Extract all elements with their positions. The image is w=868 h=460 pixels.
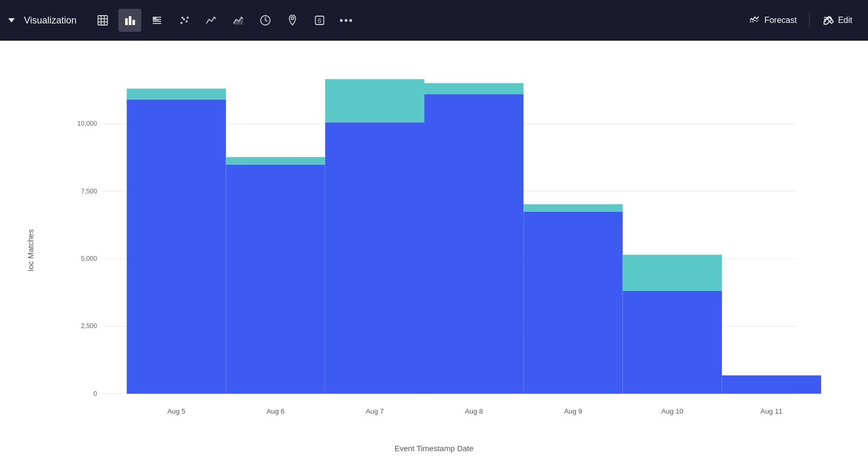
bar-aug6-teal <box>226 157 325 164</box>
more-icon-btn[interactable]: ••• <box>335 9 358 32</box>
bar-aug9-blue <box>523 212 622 394</box>
line-chart-icon-btn[interactable] <box>200 9 223 32</box>
bar-aug5-blue <box>127 100 226 394</box>
svg-point-15 <box>183 18 185 20</box>
edit-button[interactable]: Edit <box>815 10 860 30</box>
svg-point-17 <box>181 17 184 19</box>
svg-rect-12 <box>153 17 156 19</box>
x-tick-aug8: Aug 8 <box>465 407 483 415</box>
x-tick-aug11: Aug 11 <box>761 407 783 415</box>
y-tick-7500: 7,500 <box>81 188 97 195</box>
y-tick-10000: 10,000 <box>77 120 97 127</box>
toolbar-title: Visualization <box>24 15 77 26</box>
chart-container: Ioc Matches Event Timestamp Date 0 2,500… <box>0 41 868 460</box>
bar-chart-icon-btn[interactable] <box>118 9 141 32</box>
x-axis-label: Event Timestamp Date <box>395 444 474 453</box>
y-tick-0: 0 <box>93 390 97 397</box>
table-icon-btn[interactable] <box>91 9 114 32</box>
svg-rect-13 <box>153 19 159 21</box>
svg-point-18 <box>187 17 189 19</box>
area-chart-icon-btn[interactable] <box>227 9 250 32</box>
x-tick-aug7: Aug 7 <box>365 407 384 415</box>
svg-rect-6 <box>129 16 131 25</box>
bar-aug9-teal <box>523 204 622 212</box>
bar-aug6-blue <box>226 164 325 394</box>
chart-area: 0 2,500 5,000 7,500 10,000 <box>42 56 837 423</box>
number-icon-btn[interactable]: 6 <box>308 9 331 32</box>
stacked-chart-icon-btn[interactable] <box>145 9 168 32</box>
bar-aug5-teal <box>127 89 226 100</box>
svg-text:6: 6 <box>317 17 321 25</box>
edit-icon <box>822 15 834 26</box>
forecast-button[interactable]: Forecast <box>741 10 804 30</box>
bar-aug11-blue <box>722 376 821 394</box>
y-tick-2500: 2,500 <box>81 322 97 330</box>
x-tick-aug9: Aug 9 <box>564 407 582 415</box>
more-dots: ••• <box>339 15 353 27</box>
pin-icon-btn[interactable] <box>281 9 304 32</box>
clock-icon-btn[interactable] <box>254 9 277 32</box>
y-axis-label: Ioc Matches <box>26 229 35 272</box>
toolbar: Visualization <box>0 0 868 41</box>
forecast-label: Forecast <box>764 16 797 25</box>
svg-rect-0 <box>98 16 107 25</box>
bar-chart-svg: 0 2,500 5,000 7,500 10,000 <box>42 56 837 423</box>
bar-aug7-blue <box>325 123 424 394</box>
bar-aug8-blue <box>424 94 523 394</box>
forecast-icon <box>749 15 760 26</box>
toolbar-left: Visualization <box>8 9 739 32</box>
bar-aug10-blue <box>623 291 722 394</box>
svg-point-14 <box>180 22 182 24</box>
edit-label: Edit <box>838 16 852 25</box>
svg-point-21 <box>291 17 294 20</box>
toolbar-right: Forecast Edit <box>741 10 860 30</box>
svg-rect-5 <box>125 18 128 25</box>
x-tick-aug5: Aug 5 <box>167 407 186 415</box>
collapse-icon[interactable] <box>8 18 15 22</box>
toolbar-divider-right <box>809 13 810 28</box>
svg-rect-7 <box>132 20 135 25</box>
bar-aug8-teal <box>424 83 523 94</box>
scatter-icon-btn[interactable] <box>173 9 195 32</box>
y-tick-5000: 5,000 <box>81 255 97 262</box>
x-tick-aug6: Aug 6 <box>266 407 285 415</box>
x-tick-aug10: Aug 10 <box>662 407 683 415</box>
svg-point-16 <box>186 20 188 22</box>
bar-aug7-teal <box>325 79 424 123</box>
bar-aug10-teal <box>623 255 722 291</box>
